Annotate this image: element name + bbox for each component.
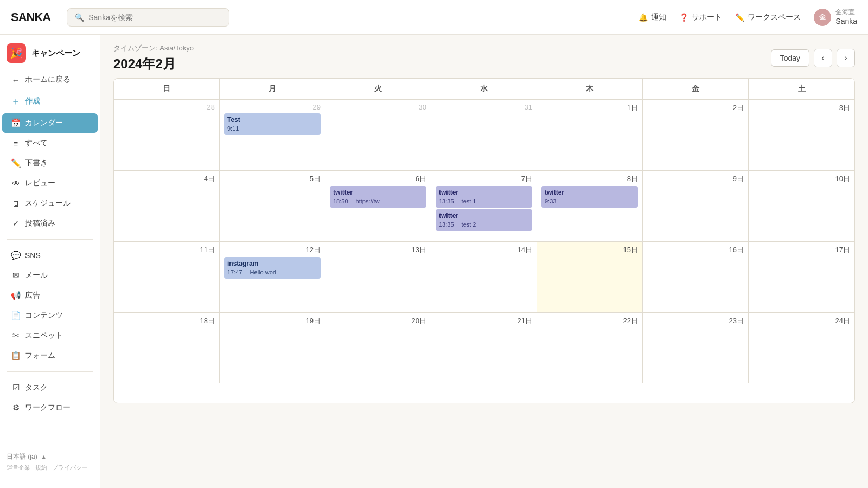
day-number: 31 — [436, 103, 532, 111]
user-area[interactable]: 金 金海宣 Sanka — [814, 8, 857, 27]
sns-icon: 💬 — [11, 251, 21, 260]
event-item[interactable]: twitter 18:50 https://tw — [330, 186, 426, 208]
campaign-icon: 🎉 — [7, 43, 26, 63]
sidebar-item-ad-label: 広告 — [25, 291, 40, 300]
event-item[interactable]: Test 9:11 — [224, 113, 321, 135]
notifications-nav[interactable]: 🔔 通知 — [639, 12, 666, 22]
event-item[interactable]: twitter 9:33 — [541, 186, 638, 208]
day-number: 19日 — [224, 316, 321, 326]
day-number: 1日 — [541, 103, 638, 113]
footer-link-terms[interactable]: 規約 — [35, 464, 47, 471]
today-button[interactable]: Today — [771, 49, 809, 67]
calendar-day-28[interactable]: 28 — [114, 100, 220, 170]
calendar-day-18[interactable]: 18日 — [114, 313, 220, 383]
calendar-day-10[interactable]: 10日 — [749, 171, 854, 241]
calendar-day-6[interactable]: 6日 twitter 18:50 https://tw — [326, 171, 431, 241]
weekday-wed: 水 — [431, 79, 537, 99]
footer-links: 運営企業 規約 プライバシー — [7, 464, 93, 472]
support-nav[interactable]: ❓ サポート — [679, 12, 722, 22]
sidebar-item-create[interactable]: ＋ 作成 — [2, 90, 98, 113]
calendar-day-19[interactable]: 19日 — [220, 313, 326, 383]
event-title: twitter — [545, 188, 635, 197]
sidebar-item-workflow[interactable]: ⚙ ワークフロー — [2, 398, 98, 418]
sidebar-item-task[interactable]: ☑ タスク — [2, 378, 98, 397]
calendar-day-7[interactable]: 7日 twitter 13:35 test 1 twitter 13:35 te… — [431, 171, 537, 241]
event-time: 9:33 — [545, 197, 635, 206]
day-number: 22日 — [541, 316, 638, 326]
event-title: twitter — [333, 188, 423, 197]
sidebar-item-schedule[interactable]: 🗓 スケジュール — [2, 194, 98, 213]
calendar-day-8[interactable]: 8日 twitter 9:33 — [537, 171, 643, 241]
calendar-day-29[interactable]: 29 Test 9:11 — [220, 100, 326, 170]
calendar-day-9[interactable]: 9日 — [643, 171, 749, 241]
schedule-icon: 🗓 — [11, 199, 21, 208]
calendar-week-4: 18日 19日 20日 21日 22日 — [114, 313, 854, 383]
calendar-day-31[interactable]: 31 — [431, 100, 537, 170]
search-input[interactable] — [88, 13, 221, 22]
day-events: twitter 18:50 https://tw — [330, 186, 426, 208]
sidebar-item-contents[interactable]: 📄 コンテンツ — [2, 306, 98, 325]
day-number: 29 — [224, 103, 321, 111]
calendar-day-23[interactable]: 23日 — [643, 313, 749, 383]
calendar-day-17[interactable]: 17日 — [749, 242, 854, 312]
sidebar-item-calendar[interactable]: 📅 カレンダー — [2, 113, 98, 133]
calendar-day-20[interactable]: 20日 — [326, 313, 431, 383]
sidebar-item-sns[interactable]: 💬 SNS — [2, 246, 98, 265]
day-number: 4日 — [118, 174, 215, 184]
review-icon: 👁 — [11, 179, 21, 188]
footer-link-privacy[interactable]: プライバシー — [52, 464, 88, 471]
day-number: 10日 — [753, 174, 850, 184]
calendar-title-area: タイムゾーン: Asia/Tokyo 2024年2月 — [113, 43, 194, 73]
calendar-day-15[interactable]: 15日 — [537, 242, 643, 312]
ad-icon: 📢 — [11, 291, 21, 300]
calendar-day-30[interactable]: 30 — [326, 100, 431, 170]
event-item[interactable]: instagram 17:47 Hello worl — [224, 257, 321, 279]
event-title: instagram — [227, 259, 317, 268]
footer-link-company[interactable]: 運営企業 — [7, 464, 30, 471]
sidebar-item-snippet[interactable]: ✂ スニペット — [2, 326, 98, 345]
calendar-day-22[interactable]: 22日 — [537, 313, 643, 383]
workspace-nav[interactable]: ✏️ ワークスペース — [735, 12, 801, 22]
calendar-nav: Today ‹ › — [771, 49, 855, 67]
event-time: 13:35 test 2 — [439, 221, 529, 229]
language-label: 日本語 (ja) — [7, 452, 37, 461]
sidebar-item-draft[interactable]: ✏️ 下書き — [2, 153, 98, 173]
sidebar-item-workflow-label: ワークフロー — [25, 403, 71, 413]
calendar-day-2[interactable]: 2日 — [643, 100, 749, 170]
day-number: 23日 — [647, 316, 744, 326]
calendar-day-4[interactable]: 4日 — [114, 171, 220, 241]
check-icon: ✓ — [11, 219, 21, 228]
sidebar-item-back[interactable]: ← ホームに戻る — [2, 70, 98, 89]
event-title: twitter — [439, 188, 529, 197]
search-bar[interactable]: 🔍 — [67, 8, 229, 27]
calendar-weeks: 28 29 Test 9:11 30 — [114, 100, 854, 383]
calendar-day-16[interactable]: 16日 — [643, 242, 749, 312]
calendar-day-5[interactable]: 5日 — [220, 171, 326, 241]
search-icon: 🔍 — [75, 13, 84, 22]
sidebar-item-schedule-label: スケジュール — [25, 198, 71, 208]
sidebar-section-bottom: ☑ タスク ⚙ ワークフロー — [0, 375, 100, 420]
calendar-day-12[interactable]: 12日 instagram 17:47 Hello worl — [220, 242, 326, 312]
calendar-day-13[interactable]: 13日 — [326, 242, 431, 312]
event-item[interactable]: twitter 13:35 test 1 — [436, 186, 532, 208]
prev-month-button[interactable]: ‹ — [814, 49, 832, 67]
calendar-day-1[interactable]: 1日 — [537, 100, 643, 170]
list-icon: ≡ — [11, 139, 21, 148]
sidebar-item-all[interactable]: ≡ すべて — [2, 133, 98, 153]
user-name: Sanka — [835, 16, 857, 26]
main-content: タイムゾーン: Asia/Tokyo 2024年2月 Today ‹ › 日 月… — [100, 35, 868, 488]
calendar-day-3[interactable]: 3日 — [749, 100, 854, 170]
calendar-day-24[interactable]: 24日 — [749, 313, 854, 383]
sidebar-item-published[interactable]: ✓ 投稿済み — [2, 214, 98, 233]
back-icon: ← — [11, 75, 21, 85]
calendar-day-14[interactable]: 14日 — [431, 242, 537, 312]
sidebar-item-mail[interactable]: ✉ メール — [2, 266, 98, 285]
day-number: 8日 — [541, 174, 638, 184]
event-item[interactable]: twitter 13:35 test 2 — [436, 209, 532, 231]
sidebar-item-ad[interactable]: 📢 広告 — [2, 286, 98, 305]
next-month-button[interactable]: › — [837, 49, 855, 67]
sidebar-item-form[interactable]: 📋 フォーム — [2, 346, 98, 365]
calendar-day-11[interactable]: 11日 — [114, 242, 220, 312]
sidebar-item-review[interactable]: 👁 レビュー — [2, 174, 98, 193]
calendar-day-21[interactable]: 21日 — [431, 313, 537, 383]
